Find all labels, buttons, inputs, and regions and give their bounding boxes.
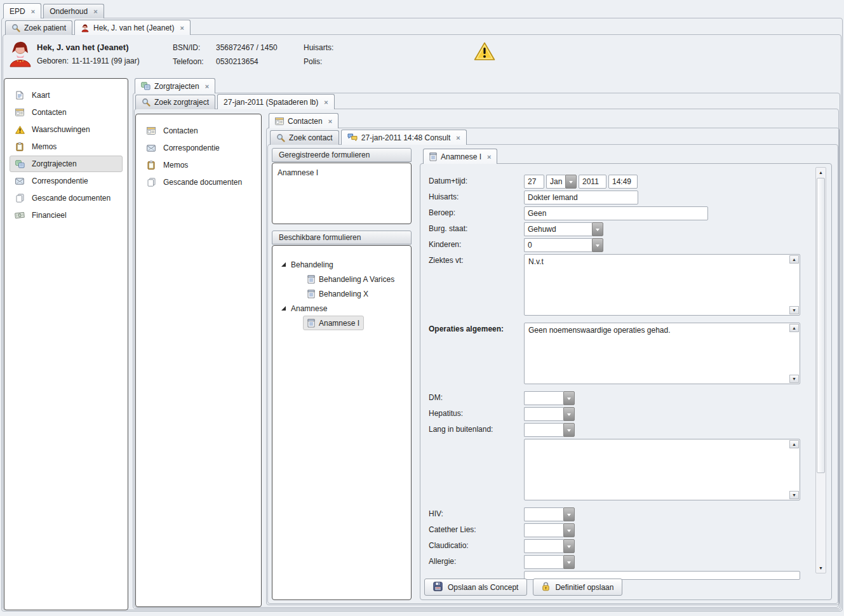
- tab-epd[interactable]: EPD×: [3, 3, 41, 18]
- dm-select[interactable]: [524, 391, 575, 405]
- dropdown-arrow-icon[interactable]: [563, 423, 575, 437]
- catether-lies-select[interactable]: [524, 523, 575, 537]
- dropdown-arrow-icon[interactable]: [563, 407, 575, 421]
- form-doc-icon: [307, 275, 315, 284]
- tab-contacten[interactable]: Contacten×: [269, 113, 338, 128]
- claudicatio-value[interactable]: [524, 539, 563, 553]
- form-row-datum-tijd: Datum+tijd:27Jan201114:49: [429, 175, 814, 189]
- sidebar-item-gescande-documenten[interactable]: Gescande documenten: [10, 190, 123, 206]
- close-icon[interactable]: ×: [180, 25, 184, 31]
- close-icon[interactable]: ×: [93, 8, 97, 15]
- form-scrollbar[interactable]: ▲ ▼: [815, 167, 826, 573]
- hepatitus-select[interactable]: [524, 407, 575, 421]
- registered-forms-header: Geregistreerde formulieren: [272, 148, 412, 162]
- lang-in-buitenland-select[interactable]: [524, 423, 575, 437]
- hiv-select[interactable]: [524, 507, 575, 521]
- beroep-field[interactable]: Geen: [524, 206, 708, 220]
- scroll-down-icon[interactable]: ▼: [789, 375, 799, 383]
- tab-zoek-zorgtraject[interactable]: Zoek zorgtraject: [135, 95, 215, 109]
- notes-textarea[interactable]: ▲▼: [524, 439, 800, 500]
- hepatitus-value[interactable]: [524, 407, 563, 421]
- month-value[interactable]: Jan: [546, 175, 565, 189]
- tree-node-behandeling[interactable]: Behandeling: [281, 257, 411, 272]
- tab-27-jan-2011-14-48-consult[interactable]: 27-jan-2011 14:48 Consult×: [341, 130, 467, 145]
- close-icon[interactable]: ×: [328, 118, 332, 124]
- tree-expand-icon[interactable]: [281, 306, 286, 311]
- tree-leaf-label: Anamnese I: [319, 319, 359, 328]
- dropdown-arrow-icon[interactable]: [563, 507, 575, 521]
- dropdown-arrow-icon[interactable]: [563, 391, 575, 405]
- allergie-value[interactable]: [524, 555, 563, 569]
- dropdown-arrow-icon[interactable]: [565, 175, 577, 189]
- catether-lies-value[interactable]: [524, 523, 563, 537]
- tab-onderhoud[interactable]: Onderhoud×: [43, 4, 104, 18]
- sidebar-item-label: Gescande documenten: [32, 194, 111, 203]
- allergie-select[interactable]: [524, 555, 575, 569]
- close-icon[interactable]: ×: [324, 99, 328, 105]
- tree-leaf-behandeling-a-varices[interactable]: Behandeling A Varices: [303, 272, 399, 286]
- dm-value[interactable]: [524, 391, 563, 405]
- kinderen-select[interactable]: 0: [524, 238, 603, 252]
- tab-zoek-patient[interactable]: Zoek patient: [5, 20, 72, 35]
- time-field[interactable]: 14:49: [608, 175, 638, 189]
- tab-zoek-contact[interactable]: Zoek contact: [270, 130, 339, 145]
- tab-27-jan-2011-spataderen-lb[interactable]: 27-jan-2011 (Spataderen lb)×: [217, 94, 335, 109]
- sidebar-item-waarschuwingen[interactable]: Waarschuwingen: [10, 121, 123, 138]
- tree-expand-icon[interactable]: [281, 262, 286, 267]
- scroll-down-icon[interactable]: ▼: [789, 491, 799, 499]
- field-label: [429, 439, 524, 506]
- scroll-up-icon[interactable]: ▲: [816, 168, 826, 177]
- sidebar-item-zorgtrajecten[interactable]: Zorgtrajecten: [10, 156, 123, 172]
- close-icon[interactable]: ×: [456, 135, 460, 141]
- sidebar-item-correspondentie[interactable]: Correspondentie: [10, 173, 123, 189]
- sidebar-item-kaart[interactable]: Kaart: [10, 87, 123, 104]
- scan-icon: [146, 178, 156, 187]
- save-final-button[interactable]: Definitief opslaan: [533, 579, 622, 596]
- tab-hek-j-van-het-jeanet[interactable]: Hek, J. van het (Jeanet)×: [74, 20, 191, 35]
- dropdown-arrow-icon[interactable]: [592, 238, 603, 252]
- registered-form-item-anamnese-i[interactable]: Anamnese I: [278, 168, 406, 177]
- dropdown-arrow-icon[interactable]: [592, 222, 603, 236]
- month-select[interactable]: Jan: [546, 175, 577, 189]
- burg-staat-select[interactable]: Gehuwd: [524, 222, 603, 236]
- claudicatio-select[interactable]: [524, 539, 575, 553]
- sidebar-item-memos[interactable]: Memos: [141, 157, 256, 173]
- tab-anamnese-i[interactable]: Anamnese I×: [423, 149, 497, 164]
- tab-zorgtrajecten[interactable]: Zorgtrajecten×: [135, 78, 215, 93]
- save-concept-button[interactable]: Opslaan als Concept: [424, 579, 527, 596]
- lang-in-buitenland-value[interactable]: [524, 423, 563, 437]
- year-field[interactable]: 2011: [579, 175, 606, 189]
- memo-icon: [146, 161, 156, 170]
- burg-staat-value[interactable]: Gehuwd: [524, 222, 592, 236]
- close-icon[interactable]: ×: [205, 83, 209, 90]
- ziektes-vt-textarea[interactable]: N.v.t▲▼: [524, 254, 800, 316]
- close-icon[interactable]: ×: [31, 8, 35, 15]
- dropdown-arrow-icon[interactable]: [563, 523, 575, 537]
- form-row-beroep: Beroep:Geen: [429, 206, 814, 220]
- huisarts-field[interactable]: Dokter Iemand: [524, 191, 638, 204]
- tree-node-anamnese[interactable]: Anamnese: [281, 301, 411, 316]
- sidebar-item-contacten[interactable]: Contacten: [10, 104, 123, 121]
- day-field[interactable]: 27: [524, 175, 544, 189]
- sidebar-item-memos[interactable]: Memos: [10, 138, 123, 155]
- tree-leaf-behandeling-x[interactable]: Behandeling X: [303, 286, 373, 301]
- scrollbar-thumb[interactable]: [817, 178, 825, 473]
- tab-label: Hek, J. van het (Jeanet): [93, 23, 174, 32]
- sidebar-item-financieel[interactable]: Financieel: [10, 207, 123, 224]
- kinderen-value[interactable]: 0: [524, 238, 592, 252]
- dropdown-arrow-icon[interactable]: [563, 555, 575, 569]
- close-icon[interactable]: ×: [487, 154, 491, 160]
- scroll-down-icon[interactable]: ▼: [816, 563, 826, 573]
- save-final-label: Definitief opslaan: [555, 583, 613, 592]
- scroll-up-icon[interactable]: ▲: [789, 255, 799, 264]
- sidebar-item-contacten[interactable]: Contacten: [141, 123, 256, 139]
- scroll-up-icon[interactable]: ▲: [789, 440, 799, 448]
- tree-leaf-anamnese-i[interactable]: Anamnese I: [303, 316, 364, 330]
- scroll-down-icon[interactable]: ▼: [789, 306, 799, 314]
- dropdown-arrow-icon[interactable]: [563, 539, 575, 553]
- sidebar-item-correspondentie[interactable]: Correspondentie: [141, 140, 256, 156]
- sidebar-item-gescande-documenten[interactable]: Gescande documenten: [141, 174, 256, 191]
- hiv-value[interactable]: [524, 507, 563, 521]
- scroll-up-icon[interactable]: ▲: [789, 324, 799, 332]
- operaties-algemeen-textarea[interactable]: Geen noemenswaardige operaties gehad.▲▼: [524, 323, 800, 384]
